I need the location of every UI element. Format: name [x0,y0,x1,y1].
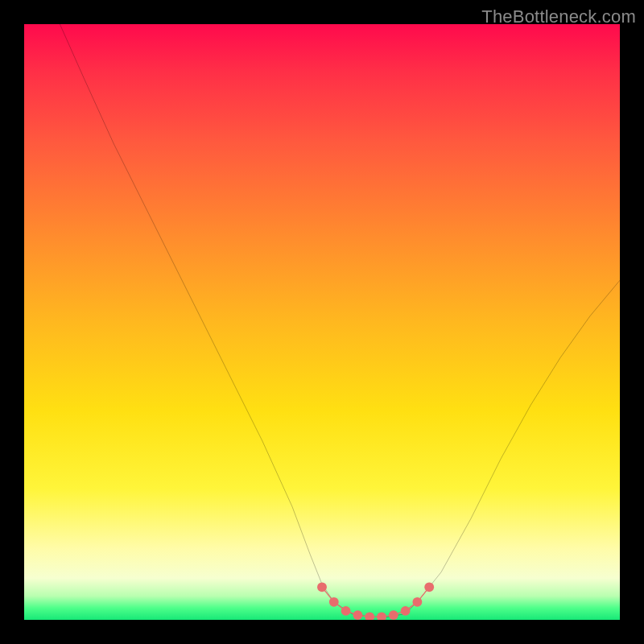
sweet-spot-dot [365,612,374,620]
curve-layer [24,24,620,620]
sweet-spot-dot [389,610,398,620]
sweet-spot-dot [341,606,351,616]
sweet-spot-dot [401,606,411,616]
plot-area [24,24,620,620]
sweet-spot-dot [377,612,386,620]
sweet-spot-dot [329,597,339,607]
watermark-text: TheBottleneck.com [481,6,636,27]
sweet-spot-dot [412,597,422,607]
bottleneck-curve [60,24,620,617]
sweet-spot-dot [353,610,362,620]
sweet-spot-dot [424,582,434,592]
sweet-spot-dot [317,582,327,592]
chart-frame: TheBottleneck.com [0,0,644,644]
sweet-spot-dots [317,582,434,620]
